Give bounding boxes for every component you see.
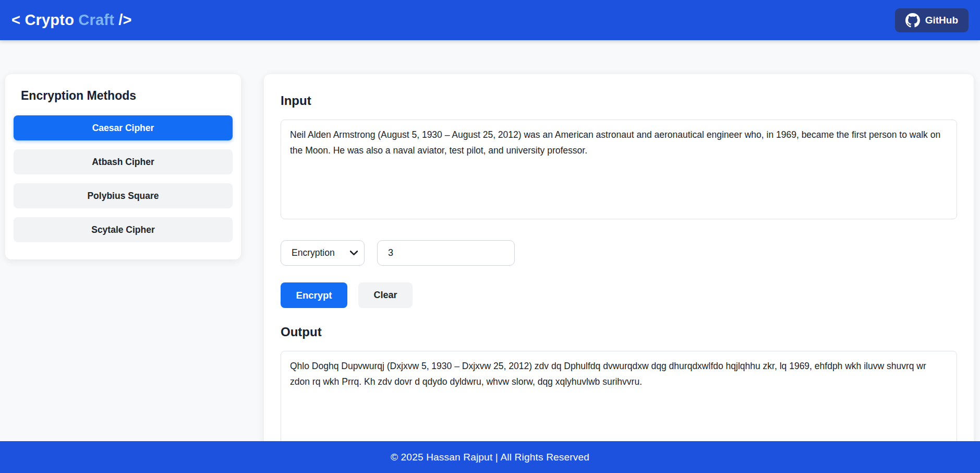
brand-word-craft: Craft: [78, 11, 114, 28]
brand-close: />: [118, 11, 131, 28]
shift-input[interactable]: [377, 240, 515, 266]
encryption-methods-panel: Encryption Methods Caesar Cipher Atbash …: [5, 74, 241, 259]
navbar: < Crypto Craft /> GitHub: [0, 0, 980, 40]
content-area: Encryption Methods Caesar Cipher Atbash …: [0, 40, 980, 473]
cipher-panel: Input Neil Alden Armstrong (August 5, 19…: [264, 74, 974, 473]
brand-word-crypto: Crypto: [25, 11, 74, 28]
encrypt-button[interactable]: Encrypt: [281, 282, 347, 308]
github-icon: [905, 13, 920, 28]
action-buttons-row: Encrypt Clear: [281, 282, 957, 308]
chevron-down-icon: [350, 247, 358, 258]
mode-select-value: Encryption: [292, 247, 335, 258]
method-button-label: Polybius Square: [87, 191, 159, 201]
method-list: Caesar Cipher Atbash Cipher Polybius Squ…: [14, 115, 233, 242]
input-title: Input: [281, 93, 957, 108]
mode-select[interactable]: Encryption: [281, 240, 365, 266]
input-textarea[interactable]: Neil Alden Armstrong (August 5, 1930 – A…: [281, 120, 957, 219]
footer: © 2025 Hassan Rajput | All Rights Reserv…: [0, 441, 980, 473]
clear-button[interactable]: Clear: [358, 282, 413, 308]
controls-row: Encryption: [281, 240, 957, 266]
method-button-label: Scytale Cipher: [91, 224, 155, 235]
footer-text: © 2025 Hassan Rajput | All Rights Reserv…: [391, 452, 589, 463]
method-button-polybius-square[interactable]: Polybius Square: [14, 183, 233, 208]
method-button-scytale-cipher[interactable]: Scytale Cipher: [14, 217, 233, 242]
brand-logo[interactable]: < Crypto Craft />: [11, 11, 132, 29]
method-button-caesar-cipher[interactable]: Caesar Cipher: [14, 115, 233, 140]
brand-open: <: [11, 11, 20, 28]
method-button-atbash-cipher[interactable]: Atbash Cipher: [14, 149, 233, 174]
output-title: Output: [281, 325, 957, 339]
github-button-label: GitHub: [925, 15, 958, 26]
sidebar-title: Encryption Methods: [21, 89, 233, 103]
method-button-label: Atbash Cipher: [92, 157, 154, 167]
method-button-label: Caesar Cipher: [92, 123, 154, 133]
github-button[interactable]: GitHub: [895, 8, 969, 32]
